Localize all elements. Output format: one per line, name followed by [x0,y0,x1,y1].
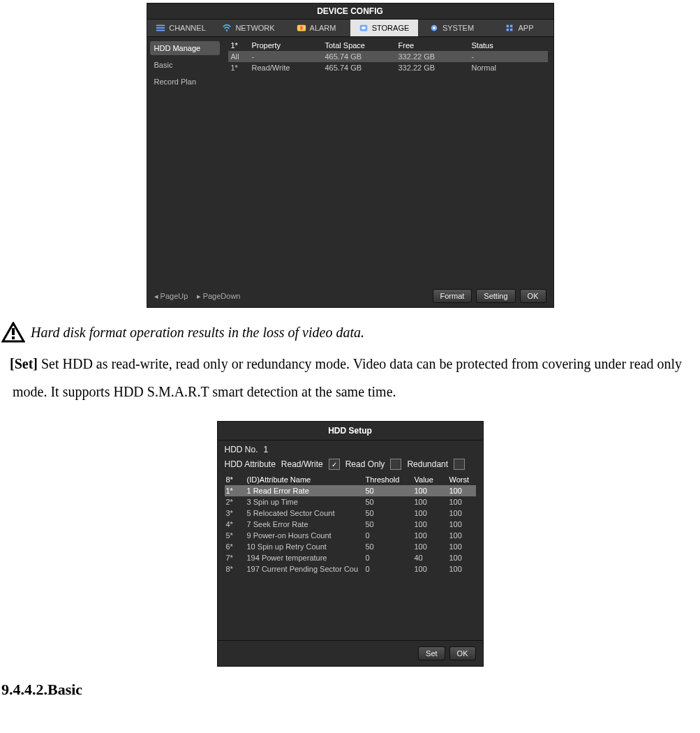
hdd-table-row[interactable]: All-465.74 GB332.22 GB- [228,51,548,62]
hdd-table-rows: All-465.74 GB332.22 GB-1*Read/Write465.7… [228,51,548,73]
smart-cell: 100 [449,520,481,528]
opt-readwrite-label: Read/Write [281,459,323,469]
sidebar-item-record-plan[interactable]: Record Plan [150,75,220,89]
smart-cell: 100 [415,520,449,528]
app-icon [505,23,514,33]
set-tag: [Set] [10,356,38,371]
ok-button[interactable]: OK [520,289,546,303]
hdd-setup-ok-button[interactable]: OK [449,646,476,660]
smart-cell: 0 [366,554,415,562]
smart-table-rows: 1*1 Read Error Rate501001002*3 Spin up T… [225,485,476,575]
hdd-cell: 465.74 GB [325,52,399,61]
tab-label: NETWORK [235,24,274,32]
smart-cell: 0 [366,565,415,573]
hdd-number-line: HDD No. 1 [225,445,476,454]
tab-app[interactable]: APP [486,20,553,36]
page-up-button[interactable]: ◂ PageUp [154,292,188,300]
hdd-cell: All [231,52,252,61]
checkbox-readwrite[interactable]: ✓ [329,459,340,470]
page-down-button[interactable]: ▸ PageDown [197,292,241,300]
hdd-col-status: Status [472,41,545,50]
smart-cell: 100 [415,531,449,540]
smart-table-row[interactable]: 2*3 Spin up Time50100100 [225,496,476,508]
hdd-count-header: 1* [231,41,252,50]
svg-rect-12 [507,29,509,31]
smart-cell: 9 Power-on Hours Count [247,531,366,540]
storage-icon [359,23,368,33]
device-config-panel: DEVICE CONFIG CHANNEL NETWORK ALARM STOR… [147,3,554,308]
hdd-cell: - [472,52,545,61]
smart-table-row[interactable]: 3*5 Relocated Sector Count50100100 [225,508,476,519]
tab-label: STORAGE [372,24,410,32]
smart-cell: 100 [415,565,449,573]
smart-cell: 50 [366,487,415,495]
sidebar-item-hdd-manage[interactable]: HDD Manage [150,41,220,55]
smart-cell: 3* [226,509,247,517]
hdd-table-row[interactable]: 1*Read/Write465.74 GB332.22 GBNormal [228,62,548,73]
smart-table-row[interactable]: 4*7 Seek Error Rate50100100 [225,519,476,530]
smart-table-header: 8* (ID)Attribute Name Threshold Value Wo… [225,474,476,485]
smart-table-row[interactable]: 6*10 Spin up Retry Count50100100 [225,541,476,552]
tab-storage[interactable]: STORAGE [350,20,418,36]
wifi-icon [222,23,232,33]
smart-col-threshold: Threshold [366,475,415,484]
smart-cell: 100 [415,487,449,495]
smart-table-row[interactable]: 7*194 Power temperature040100 [225,552,476,563]
smart-cell: 5* [226,531,247,540]
svg-rect-0 [156,25,165,27]
svg-rect-11 [510,25,513,28]
gear-icon [429,23,439,33]
tab-network[interactable]: NETWORK [215,20,283,36]
smart-col-worst: Worst [449,475,481,484]
hdd-cell: Normal [472,64,545,72]
format-button[interactable]: Format [433,289,472,303]
tab-label: ALARM [310,24,336,32]
device-config-buttons: Format Setting OK [433,289,546,303]
setting-button[interactable]: Setting [476,289,515,303]
smart-cell: 40 [415,554,449,562]
smart-table-spacer [225,575,476,637]
smart-cell: 100 [449,498,481,506]
hdd-col-property: Property [252,41,325,50]
device-config-sidebar: HDD Manage Basic Record Plan [147,37,223,285]
opt-readonly-label: Read Only [345,459,385,469]
sliders-icon [156,23,165,33]
hdd-col-free: Free [399,41,472,50]
warning-line: Hard disk format operation results in th… [1,322,699,343]
tab-system[interactable]: SYSTEM [418,20,486,36]
hdd-setup-body: HDD No. 1 HDD Attribute Read/Write ✓ Rea… [218,440,483,640]
checkbox-redundant[interactable] [454,459,465,470]
warning-text: Hard disk format operation results in th… [31,325,364,341]
tab-alarm[interactable]: ALARM [283,20,350,36]
set-text: Set HDD as read-write, read only or redu… [13,356,682,399]
hdd-no-label: HDD No. [225,445,258,454]
smart-col-name: (ID)Attribute Name [247,475,366,484]
svg-rect-7 [362,27,365,29]
hdd-setup-panel: HDD Setup HDD No. 1 HDD Attribute Read/W… [217,421,484,667]
checkbox-readonly[interactable] [390,459,401,470]
sidebar-item-basic[interactable]: Basic [150,58,220,72]
device-config-footer: ◂ PageUp ▸ PageDown Format Setting OK [147,285,553,307]
svg-rect-15 [12,328,15,335]
set-button[interactable]: Set [418,646,445,660]
smart-cell: 100 [449,509,481,517]
hdd-no-value: 1 [264,445,269,454]
smart-col-value: Value [415,475,449,484]
smart-cell: 1 Read Error Rate [247,487,366,495]
smart-cell: 100 [449,542,481,551]
paging: ◂ PageUp ▸ PageDown [154,292,241,301]
smart-cell: 1* [226,487,247,495]
smart-table-row[interactable]: 8*197 Current Pending Sector Cou0100100 [225,563,476,575]
device-config-body: HDD Manage Basic Record Plan 1* Property… [147,37,553,285]
smart-cell: 7 Seek Error Rate [247,520,366,528]
tab-label: SYSTEM [442,24,474,32]
device-config-tabs: CHANNEL NETWORK ALARM STORAGE SYSTEM [147,20,553,37]
smart-table-row[interactable]: 5*9 Power-on Hours Count0100100 [225,530,476,541]
smart-cell: 50 [366,542,415,551]
smart-table-row[interactable]: 1*1 Read Error Rate50100100 [225,485,476,496]
svg-point-3 [226,29,228,31]
smart-cell: 4* [226,520,247,528]
svg-rect-10 [507,25,509,28]
tab-channel[interactable]: CHANNEL [147,20,215,36]
smart-cell: 100 [415,498,449,506]
